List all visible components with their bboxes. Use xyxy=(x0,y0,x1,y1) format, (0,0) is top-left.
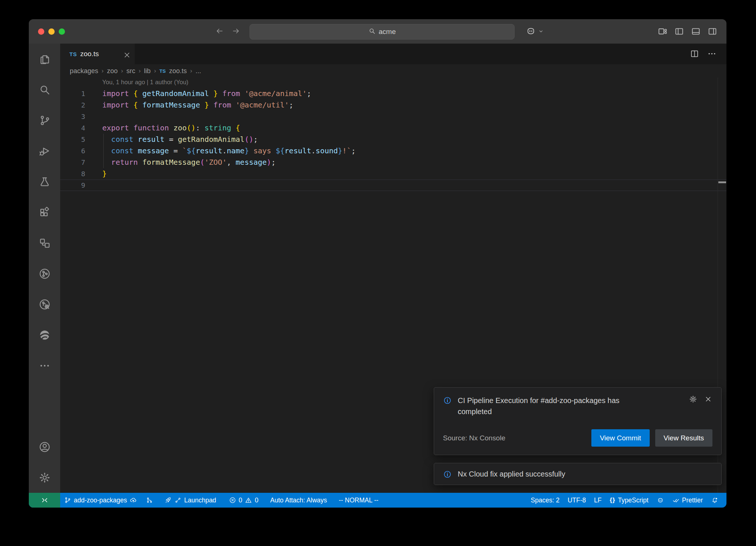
search-icon xyxy=(38,83,51,96)
layout-controls xyxy=(657,26,718,38)
copilot-icon xyxy=(657,496,664,504)
split-editor-icon xyxy=(690,49,700,59)
activity-item-testing[interactable] xyxy=(29,166,60,197)
status-launchpad[interactable]: Launchpad xyxy=(161,493,220,508)
activity-item-extensions[interactable] xyxy=(29,197,60,228)
status-copilot[interactable] xyxy=(653,493,668,508)
split-editor-icon[interactable] xyxy=(690,49,700,60)
activity-item-more-views[interactable] xyxy=(29,350,60,381)
code-line-9[interactable]: 9 xyxy=(60,180,726,191)
nx-console-icon xyxy=(38,267,51,280)
view-commit-button[interactable]: View Commit xyxy=(591,429,650,447)
status-language-mode[interactable]: {}TypeScript xyxy=(606,493,652,508)
notification-message: CI Pipeline Execution for #add-zoo-packa… xyxy=(458,395,639,417)
breadcrumb-item[interactable]: lib xyxy=(144,67,151,75)
command-center-search[interactable]: acme xyxy=(250,24,515,40)
toggle-panel-icon xyxy=(691,26,701,37)
line-number: 2 xyxy=(60,99,85,111)
window-minimize-button[interactable] xyxy=(48,28,55,35)
info-icon xyxy=(443,396,453,406)
copilot-menu[interactable] xyxy=(525,25,544,38)
toggle-sidebar-left-icon[interactable] xyxy=(674,26,684,38)
activity-item-nx-console[interactable] xyxy=(29,258,60,289)
status-notifications-bell[interactable] xyxy=(707,493,722,508)
breadcrumb: packages›zoo›src›lib›TSzoo.ts›... xyxy=(60,64,726,78)
breadcrumb-item[interactable]: src xyxy=(126,67,135,75)
remote-icon xyxy=(41,496,49,504)
rocket-icon xyxy=(164,496,172,504)
code-line-7[interactable]: 7 return formatMessage('ZOO', message); xyxy=(60,157,726,168)
activity-item-remote-explorer[interactable] xyxy=(29,228,60,258)
code-line-4[interactable]: 4export function zoo(): string { xyxy=(60,122,726,134)
window-close-button[interactable] xyxy=(38,28,44,35)
line-number: 1 xyxy=(60,88,85,99)
error-icon xyxy=(229,496,236,504)
code-line-6[interactable]: 6 const message = `${result.name} says $… xyxy=(60,145,726,157)
breadcrumb-separator: › xyxy=(190,67,192,75)
window-zoom-button[interactable] xyxy=(59,28,65,35)
notification-close-icon[interactable] xyxy=(704,395,712,405)
code-line-5[interactable]: 5 const result = getRandomAnimal(); xyxy=(60,134,726,145)
typescript-file-icon: TS xyxy=(69,51,77,57)
status-bar: add-zoo-packagesLaunchpad00Auto Attach: … xyxy=(29,493,726,508)
more-actions-icon[interactable] xyxy=(707,49,717,60)
git-blame-annotation: You, 1 hour ago | 1 author (You) xyxy=(60,78,726,88)
info-icon xyxy=(443,470,453,480)
notification-source: Source: Nx Console xyxy=(443,434,505,442)
activity-item-accounts[interactable] xyxy=(29,431,60,462)
code-line-3[interactable]: 3 xyxy=(60,111,726,122)
bell-dot-icon xyxy=(711,496,718,504)
status-problems[interactable]: 00 xyxy=(225,493,262,508)
status-indentation[interactable]: Spaces: 2 xyxy=(527,493,563,508)
search-icon xyxy=(368,27,376,37)
copilot-icon xyxy=(525,25,536,38)
line-number: 7 xyxy=(60,157,85,168)
toggle-sidebar-right-icon[interactable] xyxy=(707,26,718,38)
status-vim-mode[interactable]: -- NORMAL -- xyxy=(335,493,382,508)
breadcrumb-separator: › xyxy=(154,67,156,75)
breadcrumb-separator: › xyxy=(121,67,123,75)
typescript-file-icon: TS xyxy=(159,68,166,74)
info-icon xyxy=(443,396,452,405)
activity-item-settings[interactable] xyxy=(29,462,60,493)
desktop-background: acme TS zoo.ts xyxy=(0,0,756,546)
breadcrumb-item[interactable]: zoo xyxy=(107,67,118,75)
breadcrumb-file[interactable]: zoo.ts xyxy=(169,67,187,75)
forward-arrow-icon[interactable] xyxy=(231,27,241,36)
activity-item-source-control[interactable] xyxy=(29,105,60,136)
view-results-button[interactable]: View Results xyxy=(655,429,712,447)
debug-icon xyxy=(38,145,51,157)
customize-layout-icon[interactable] xyxy=(657,26,668,38)
status-encoding[interactable]: UTF-8 xyxy=(564,493,590,508)
status-git-graph[interactable] xyxy=(142,493,157,508)
notification-settings-icon[interactable] xyxy=(689,395,697,405)
back-arrow-icon[interactable] xyxy=(215,27,225,36)
breadcrumb-item[interactable]: packages xyxy=(70,67,98,75)
customize-layout-icon xyxy=(657,26,668,37)
activity-item-edge-browser[interactable] xyxy=(29,320,60,350)
activity-item-run-and-debug[interactable] xyxy=(29,136,60,166)
breadcrumb-separator: › xyxy=(138,67,141,75)
tab-zoo-ts[interactable]: TS zoo.ts xyxy=(60,44,135,64)
code-line-1[interactable]: 1import { getRandomAnimal } from '@acme/… xyxy=(60,88,726,99)
line-number: 9 xyxy=(60,180,85,191)
activity-item-search[interactable] xyxy=(29,74,60,105)
tab-bar: TS zoo.ts xyxy=(60,44,726,64)
code-line-2[interactable]: 2import { formatMessage } from '@acme/ut… xyxy=(60,99,726,111)
status-remote-indicator[interactable] xyxy=(29,493,60,508)
toggle-sidebar-right-icon xyxy=(707,26,718,37)
overview-ruler-cursor-mark xyxy=(718,181,726,183)
activity-item-nx-cloud[interactable] xyxy=(29,289,60,320)
breadcrumb-overflow[interactable]: ... xyxy=(196,67,201,75)
code-line-8[interactable]: 8} xyxy=(60,168,726,180)
tab-close-icon[interactable] xyxy=(123,51,130,58)
status-auto-attach[interactable]: Auto Attach: Always xyxy=(267,493,331,508)
nx-cloud-icon xyxy=(38,298,51,311)
status-git-branch[interactable]: add-zoo-packages xyxy=(60,493,141,508)
status-formatter[interactable]: Prettier xyxy=(669,493,707,508)
status-eol[interactable]: LF xyxy=(590,493,605,508)
toggle-panel-icon[interactable] xyxy=(691,26,701,38)
warning-icon xyxy=(245,496,252,504)
titlebar: acme xyxy=(29,19,726,44)
activity-item-explorer[interactable] xyxy=(29,44,60,74)
